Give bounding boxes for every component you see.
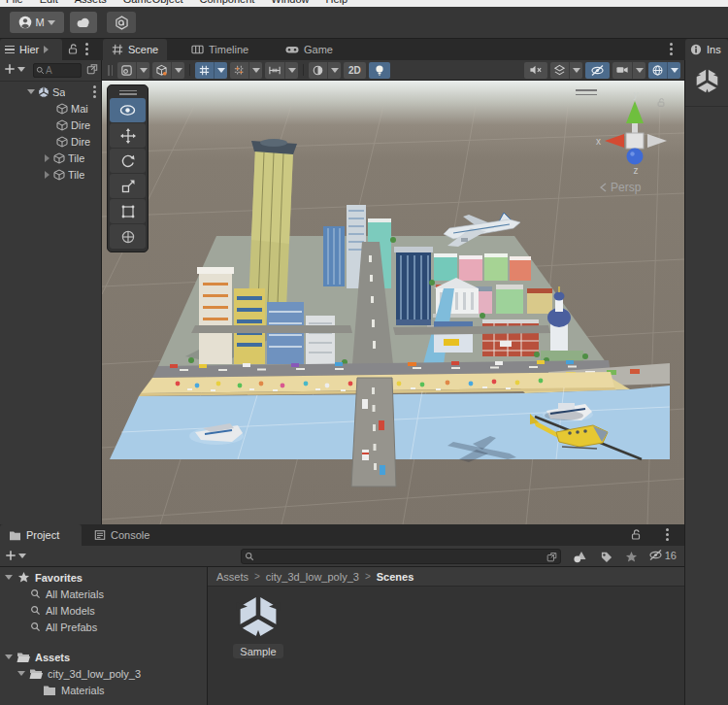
toolbar-grip[interactable] [108, 65, 113, 76]
chevron-down-icon [252, 68, 260, 73]
tree-item-all-models[interactable]: All Models [0, 602, 95, 619]
project-toolbar: 16 [0, 546, 684, 567]
favorites-filter-button[interactable] [620, 549, 642, 564]
tab-inspector-label: Ins [707, 44, 721, 55]
gizmo-z-axis[interactable] [627, 149, 644, 165]
search-by-label-button[interactable] [595, 549, 616, 564]
gizmo-center-cube[interactable] [626, 133, 644, 149]
audio-toggle-button[interactable] [524, 62, 547, 79]
draw-mode-button[interactable] [117, 62, 149, 79]
rotate-tool-button[interactable] [110, 149, 146, 173]
hierarchy-item[interactable]: Mai [0, 100, 102, 117]
hierarchy-item[interactable]: Dire [0, 133, 102, 150]
tree-item-assets[interactable]: Assets [0, 649, 70, 665]
hierarchy-item[interactable]: Tile [0, 150, 102, 166]
gizmo-options-button[interactable] [152, 62, 184, 79]
project-add-button[interactable] [5, 550, 26, 561]
gizmo-lock-icon[interactable] [656, 97, 666, 108]
tab-console[interactable]: Console [85, 524, 158, 546]
plastic-scm-button[interactable] [107, 12, 136, 33]
asset-sample-scene[interactable]: Sample [229, 594, 287, 658]
tree-item-all-materials[interactable]: All Materials [0, 586, 104, 602]
project-lock-icon[interactable] [630, 528, 642, 541]
chevron-down-icon [636, 68, 644, 73]
chevron-down-icon [217, 68, 225, 73]
2d-toggle-button[interactable]: 2D [344, 62, 366, 79]
project-menu-icon[interactable] [666, 528, 669, 541]
tree-item-all-prefabs[interactable]: All Prefabs [0, 619, 97, 635]
caret-down-icon[interactable] [27, 89, 35, 94]
cloud-services-button[interactable] [70, 12, 97, 33]
menu-assets[interactable]: Assets [75, 0, 107, 5]
tab-game[interactable]: Game [277, 39, 342, 60]
scene-camera-button[interactable] [612, 62, 645, 79]
hierarchy-menu-icon[interactable] [85, 43, 88, 55]
tree-item-favorites[interactable]: Favorites [0, 569, 83, 586]
hidden-items-toggle[interactable]: 16 [648, 549, 677, 561]
hierarchy-search-box[interactable] [33, 63, 82, 78]
gizmo-y-axis[interactable] [626, 101, 644, 123]
plus-icon [4, 63, 16, 75]
open-new-window-icon[interactable] [546, 552, 557, 562]
rect-tool-button[interactable] [110, 199, 146, 223]
snap-grid-icon [233, 64, 246, 77]
project-search-box[interactable] [241, 549, 561, 564]
star-icon [17, 571, 30, 584]
eye-icon [119, 104, 136, 117]
hierarchy-item[interactable]: Dire [0, 117, 102, 133]
move-tool-button[interactable] [110, 123, 146, 148]
account-button[interactable]: M [10, 12, 64, 33]
caret-right-icon[interactable] [45, 154, 50, 162]
tree-item-folder[interactable]: city_3d_low_poly_3 [0, 665, 141, 682]
scene-viewport[interactable]: y x z Persp [102, 81, 684, 524]
menu-help[interactable]: Help [325, 0, 347, 5]
menu-gameobject[interactable]: GameObject [123, 0, 183, 5]
tab-hierarchy-label: Hier [19, 44, 39, 55]
caret-down-icon[interactable] [5, 575, 13, 580]
overlay-drag-handle[interactable] [110, 87, 146, 97]
gizmo-neg-x-axis[interactable] [647, 134, 667, 148]
tab-inspector[interactable]: Ins [685, 39, 728, 60]
scale-tool-button[interactable] [110, 174, 146, 198]
hierarchy-lock-icon[interactable] [67, 43, 79, 55]
open-new-window-icon[interactable] [86, 63, 98, 75]
hierarchy-item[interactable]: Tile [0, 166, 102, 183]
scene-visibility-button[interactable] [585, 62, 610, 79]
tree-item-label: All Prefabs [46, 621, 97, 633]
grid-snapping-button[interactable] [230, 62, 262, 79]
eye-slash-icon [590, 64, 605, 77]
hierarchy-search-input[interactable] [46, 65, 79, 76]
tab-timeline[interactable]: Timeline [182, 39, 257, 60]
effects-toggle-button[interactable] [550, 62, 582, 79]
caret-right-icon[interactable] [45, 171, 50, 179]
view-tool-button[interactable] [110, 98, 146, 122]
caret-down-icon[interactable] [17, 671, 25, 676]
search-by-type-button[interactable] [569, 549, 590, 564]
project-search-input[interactable] [257, 551, 544, 563]
menu-file[interactable]: File [6, 0, 23, 5]
tree-item-subfolder[interactable]: Materials [0, 682, 105, 698]
menu-edit[interactable]: Edit [40, 0, 58, 5]
projection-mode-label[interactable]: Persp [600, 181, 641, 194]
snap-increment-button[interactable] [265, 62, 298, 79]
hierarchy-add-button[interactable] [4, 63, 25, 75]
transform-tool-button[interactable] [110, 224, 146, 249]
chevron-left-icon [600, 183, 607, 192]
tab-project[interactable]: Project [0, 524, 82, 546]
breadcrumb-assets[interactable]: Assets [216, 571, 248, 583]
menu-window[interactable]: Window [271, 0, 309, 5]
caret-down-icon[interactable] [5, 655, 13, 659]
grid-visibility-button[interactable] [195, 62, 227, 79]
tab-hierarchy[interactable]: Hier [0, 39, 62, 60]
gizmo-x-axis[interactable] [605, 134, 624, 148]
hierarchy-item-scene[interactable]: Sa [0, 84, 102, 100]
tab-scene[interactable]: Scene [103, 39, 167, 60]
shading-mode-button[interactable] [309, 62, 341, 79]
gizmos-globe-button[interactable] [648, 62, 680, 79]
scene-window-menu-icon[interactable] [670, 43, 673, 55]
open-folder-icon [29, 668, 43, 680]
scene-item-menu-icon[interactable] [93, 85, 96, 98]
menu-component[interactable]: Component [199, 0, 254, 5]
lighting-toggle-button[interactable] [369, 62, 390, 79]
breadcrumb-folder[interactable]: city_3d_low_poly_3 [266, 571, 359, 583]
